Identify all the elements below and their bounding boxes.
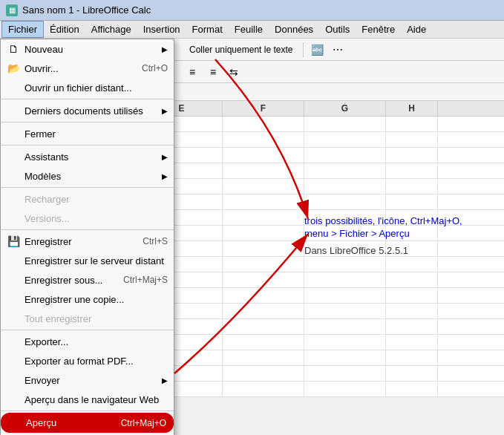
- spell-button[interactable]: 🔤: [307, 41, 327, 59]
- menu-item-ouvrir[interactable]: 📂Ouvrir...Ctrl+O: [1, 59, 174, 78]
- table-cell[interactable]: [304, 319, 386, 334]
- table-cell[interactable]: [223, 132, 304, 147]
- table-cell[interactable]: [304, 257, 386, 272]
- table-cell[interactable]: [304, 382, 386, 396]
- menu-label-exporter: Exporter...: [24, 336, 68, 347]
- table-cell[interactable]: [386, 319, 438, 334]
- table-cell[interactable]: [386, 272, 438, 287]
- menu-donnees[interactable]: Données: [269, 21, 319, 38]
- table-cell[interactable]: [304, 194, 386, 209]
- table-cell[interactable]: [386, 194, 438, 209]
- table-cell[interactable]: [223, 350, 304, 365]
- menu-icon-nouveau: 🗋: [7, 42, 20, 56]
- align-right[interactable]: ≡: [183, 63, 202, 81]
- table-cell[interactable]: [304, 304, 386, 318]
- table-cell[interactable]: [223, 163, 304, 178]
- menu-item-exporter[interactable]: Exporter...: [1, 332, 174, 351]
- menu-arrow-modeles: ▶: [162, 172, 168, 180]
- menu-separator: [1, 411, 174, 411]
- table-cell[interactable]: [304, 335, 386, 350]
- menu-item-nouveau[interactable]: 🗋Nouveau▶: [1, 39, 174, 59]
- col-h[interactable]: H: [386, 101, 438, 116]
- menu-item-enregistrer[interactable]: 💾EnregistrerCtrl+S: [1, 232, 174, 251]
- menu-item-ouvrir-distant[interactable]: Ouvrir un fichier distant...: [1, 78, 174, 97]
- table-cell[interactable]: [223, 210, 304, 225]
- menu-affichage[interactable]: Affichage: [85, 21, 137, 38]
- table-cell[interactable]: [304, 350, 386, 365]
- table-cell[interactable]: [386, 163, 438, 178]
- menu-item-enregistrer-sous[interactable]: Enregistrer sous...Ctrl+Maj+S: [1, 270, 174, 290]
- menu-item-enregistrer-serveur[interactable]: Enregistrer sur le serveur distant: [1, 251, 174, 270]
- table-cell[interactable]: [386, 117, 438, 131]
- sep3: [303, 42, 304, 57]
- table-cell[interactable]: [223, 335, 304, 350]
- table-cell[interactable]: [304, 132, 386, 147]
- info-box: trois possibilités, l'icône, Ctrl+Maj+O,…: [304, 215, 497, 256]
- menu-shortcut-ouvrir: Ctrl+O: [142, 63, 168, 73]
- menu-insertion[interactable]: Insertion: [137, 21, 186, 38]
- menu-item-apercu-web[interactable]: Aperçu dans le navigateur Web: [1, 390, 174, 409]
- table-cell[interactable]: [304, 179, 386, 194]
- table-cell[interactable]: [386, 366, 438, 381]
- menu-label-ouvrir: Ouvrir...: [24, 63, 59, 74]
- menu-separator: [1, 122, 174, 122]
- col-f[interactable]: F: [223, 101, 304, 116]
- more-button[interactable]: ⋯: [328, 41, 347, 59]
- table-cell[interactable]: [386, 350, 438, 365]
- table-cell[interactable]: [223, 179, 304, 194]
- menu-format[interactable]: Format: [186, 21, 229, 38]
- menu-item-enregistrer-copie[interactable]: Enregistrer une copie...: [1, 290, 174, 309]
- table-cell[interactable]: [223, 288, 304, 303]
- menu-feuille[interactable]: Feuille: [229, 21, 269, 38]
- table-cell[interactable]: [386, 288, 438, 303]
- menu-item-envoyer[interactable]: Envoyer▶: [1, 370, 174, 390]
- table-cell[interactable]: [304, 366, 386, 381]
- table-cell[interactable]: [304, 272, 386, 287]
- menu-item-exporter-pdf[interactable]: Exporter au format PDF...: [1, 351, 174, 370]
- table-cell[interactable]: [223, 257, 304, 272]
- info-line3: Dans LibreOffice 5.2.5.1: [304, 245, 497, 256]
- table-cell[interactable]: [386, 335, 438, 350]
- table-cell[interactable]: [223, 272, 304, 287]
- menu-item-derniers[interactable]: Derniers documents utilisés▶: [1, 101, 174, 120]
- table-cell[interactable]: [223, 117, 304, 131]
- table-cell[interactable]: [223, 241, 304, 256]
- table-cell[interactable]: [223, 319, 304, 334]
- table-cell[interactable]: [386, 148, 438, 163]
- table-cell[interactable]: [386, 132, 438, 147]
- menu-bar: Fichier Édition Affichage Insertion Form…: [0, 21, 504, 39]
- table-cell[interactable]: [304, 163, 386, 178]
- table-cell[interactable]: [386, 257, 438, 272]
- table-cell[interactable]: [223, 382, 304, 396]
- menu-fichier[interactable]: Fichier: [1, 21, 44, 38]
- align-justify[interactable]: ≡: [203, 63, 223, 81]
- menu-item-apercu[interactable]: AperçuCtrl+Maj+O: [1, 413, 174, 433]
- menu-aide[interactable]: Aide: [401, 21, 432, 38]
- table-cell[interactable]: [386, 304, 438, 318]
- table-cell[interactable]: [223, 148, 304, 163]
- table-cell[interactable]: [223, 366, 304, 381]
- menu-label-derniers: Derniers documents utilisés: [24, 105, 143, 117]
- menu-fenetre[interactable]: Fenêtre: [356, 21, 401, 38]
- table-cell[interactable]: [223, 304, 304, 318]
- menu-outils[interactable]: Outils: [319, 21, 356, 38]
- menu-item-fermer[interactable]: Fermer: [1, 124, 174, 143]
- col-g[interactable]: G: [304, 101, 386, 116]
- menu-item-tout-enregistrer: Tout enregistrer: [1, 309, 174, 328]
- menu-item-modeles[interactable]: Modèles▶: [1, 166, 174, 186]
- menu-arrow-assistants: ▶: [162, 153, 168, 161]
- menu-item-assistants[interactable]: Assistants▶: [1, 147, 174, 166]
- table-cell[interactable]: [386, 382, 438, 396]
- text-direction[interactable]: ⇆: [224, 63, 243, 81]
- menu-edition[interactable]: Édition: [44, 21, 85, 38]
- menu-label-enregistrer: Enregistrer: [24, 236, 72, 247]
- title-bar: ▦ Sans nom 1 - LibreOffice Calc: [0, 0, 504, 21]
- paste-text-button[interactable]: Coller uniquement le texte: [183, 41, 299, 59]
- app-icon: ▦: [6, 4, 18, 16]
- table-cell[interactable]: [304, 117, 386, 131]
- table-cell[interactable]: [304, 288, 386, 303]
- table-cell[interactable]: [386, 179, 438, 194]
- table-cell[interactable]: [223, 194, 304, 209]
- table-cell[interactable]: [304, 148, 386, 163]
- table-cell[interactable]: [223, 226, 304, 241]
